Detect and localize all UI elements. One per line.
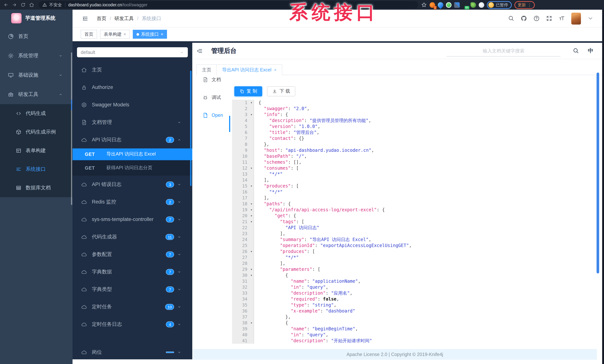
breadcrumb-tools[interactable]: 研发工具 [114, 15, 134, 22]
api-group-select[interactable]: default [77, 47, 188, 57]
line-number: 28 [232, 260, 249, 266]
swagger-api-panel: default 主页AuthorizeSwagger Models文档管理API… [73, 43, 192, 359]
close-icon[interactable]: × [124, 30, 126, 38]
browser-update-button[interactable]: 更新 ⋮ [514, 1, 535, 9]
breadcrumb-home[interactable]: 首页 [97, 15, 106, 22]
profile-paused-pill[interactable]: 已暂停 [487, 1, 512, 9]
sidebar-scrollbar[interactable] [71, 52, 72, 205]
api-group-row-3[interactable]: 代码生成器11 [73, 228, 192, 246]
doc-search-input[interactable] [447, 46, 560, 57]
sidebar-subitem-0[interactable]: 代码生成 [0, 104, 73, 123]
security-label[interactable]: 不安全 [49, 2, 62, 8]
api-group-row-5[interactable]: 字典数据7 [73, 263, 192, 280]
font-size-icon[interactable] [559, 15, 565, 22]
not-secure-warning-icon[interactable] [42, 3, 47, 7]
sidebar-subitem-1[interactable]: 代码生成示例 [0, 123, 73, 141]
panel-item-2[interactable]: Swagger Models [73, 96, 192, 113]
line-number: 34 [232, 296, 249, 302]
fold-toggle-icon[interactable]: ▾ [249, 213, 254, 219]
fold-toggle-icon[interactable]: ▾ [249, 165, 254, 171]
close-icon[interactable]: × [161, 30, 163, 38]
extension-drop-icon[interactable] [437, 1, 444, 9]
tag-view-0[interactable]: 首页 [81, 30, 97, 39]
line-number: 4 [232, 118, 249, 124]
sidebar-subitem-2[interactable]: 表单构建 [0, 141, 73, 160]
url-host[interactable]: dashboard.yudao.iocoder.cn [68, 3, 122, 7]
panel-item-1[interactable]: Authorize [73, 78, 192, 96]
browser-back-icon[interactable] [3, 2, 9, 7]
operation-row-1[interactable]: GET获得API 访问日志分页 [73, 160, 192, 176]
window-scroll-track[interactable] [602, 10, 604, 364]
fold-toggle-icon[interactable]: ▾ [249, 201, 254, 207]
chevron-down-icon[interactable] [587, 15, 594, 22]
browser-reload-icon[interactable] [20, 2, 26, 7]
operation-row-0[interactable]: GET导出API 访问日志 Excel [73, 149, 192, 160]
extension-leaf-icon[interactable] [470, 2, 476, 8]
fold-toggle-icon[interactable]: ▾ [249, 266, 254, 272]
sidebar-subitem-3[interactable]: 系统接口 [0, 160, 73, 178]
fold-toggle-icon[interactable]: ▾ [249, 207, 254, 213]
extension-grid-icon[interactable] [454, 2, 460, 8]
app-logo[interactable]: 芋道管理系统 [0, 10, 73, 27]
sidebar-item-2[interactable]: 基础设施 [0, 65, 73, 85]
browser-home-icon[interactable] [29, 2, 34, 7]
api-group-row-1[interactable]: Redis 监控2 [73, 193, 192, 211]
api-group-row-8[interactable]: 定时任务日志4 [73, 315, 192, 333]
panel-collapse-icon[interactable] [196, 47, 203, 54]
panel-scrollbar[interactable] [190, 71, 191, 186]
copy-button[interactable]: 复 制 [234, 86, 262, 96]
fold-toggle-icon[interactable]: ▾ [249, 272, 254, 278]
language-toggle[interactable]: 中 [588, 47, 593, 54]
cube-icon [16, 129, 22, 135]
user-avatar[interactable] [571, 13, 581, 24]
bookmark-star-icon[interactable] [421, 2, 427, 8]
tag-view-2[interactable]: 系统接口× [133, 30, 167, 39]
chevdown-icon [177, 252, 181, 256]
extension-screenshot-icon[interactable]: 6h [462, 2, 468, 8]
fold-toggle-icon[interactable]: ▾ [249, 183, 254, 189]
fold-toggle-icon[interactable]: ▾ [249, 320, 254, 326]
code-editor[interactable]: 1▾{2 "swagger": "2.0",3▾ "info": {4 "des… [232, 100, 597, 349]
help-icon[interactable] [533, 15, 540, 22]
api-group-row-2[interactable]: sys-sms-template-controller7 [73, 211, 192, 228]
sidebar-item-3[interactable]: 研发工具 [0, 85, 73, 104]
cloud-icon [81, 137, 87, 143]
fold-toggle-icon[interactable]: ▾ [249, 219, 254, 225]
url-path[interactable]: /tool/swagger [122, 3, 148, 7]
api-group-row-7[interactable]: 定时任务10 [73, 298, 192, 315]
fold-toggle-icon[interactable]: ▾ [249, 249, 254, 254]
panel-item-3[interactable]: 文档管理 [73, 113, 192, 131]
api-group-row-4[interactable]: 参数配置7 [73, 246, 192, 263]
mini-menu-0[interactable]: 文档 [193, 71, 230, 88]
tag-view-1[interactable]: 表单构建× [100, 30, 130, 39]
sidebar-item-1[interactable]: 系统管理 [0, 46, 73, 65]
search-icon[interactable] [508, 15, 514, 22]
code-line: 17 ], [232, 195, 597, 201]
panel-item-4[interactable]: API 访问日志2 [73, 131, 192, 149]
api-group-row-9[interactable]: 岗位 [73, 343, 192, 359]
sidebar-collapse-icon[interactable] [82, 15, 88, 22]
panel-item-0[interactable]: 主页 [73, 61, 192, 78]
sidebar-subitem-4[interactable]: 数据库文档 [0, 178, 73, 197]
fold-toggle-icon[interactable]: ▾ [249, 100, 254, 106]
address-bar[interactable]: 不安全 dashboard.yudao.iocoder.cn /tool/swa… [39, 1, 418, 9]
github-icon[interactable] [521, 15, 527, 22]
close-icon[interactable]: × [274, 65, 277, 75]
fold-toggle-icon[interactable]: ▾ [249, 112, 254, 118]
main-scrollbar[interactable] [597, 73, 599, 273]
doc-search-icon[interactable] [573, 48, 579, 54]
extension-orange-icon[interactable]: 1 [429, 2, 435, 8]
extension-green-check-icon[interactable] [446, 2, 452, 8]
browser-menu-icon[interactable]: ⋮ [527, 2, 531, 7]
browser-forward-icon[interactable] [12, 2, 17, 7]
count-badge: 7 [166, 269, 174, 275]
extension-paw-icon[interactable] [479, 2, 484, 8]
fold-toggle-icon [249, 326, 254, 332]
api-group-row-0[interactable]: API 错误日志3 [73, 176, 192, 193]
mini-menu-1[interactable]: 调试 [193, 88, 230, 106]
sidebar-item-0[interactable]: 首页 [0, 27, 73, 46]
mini-menu-2[interactable]: Open [193, 106, 230, 124]
fullscreen-icon[interactable] [546, 15, 552, 22]
api-group-row-6[interactable]: 字典类型7 [73, 280, 192, 298]
download-button[interactable]: 下 载 [267, 86, 295, 96]
